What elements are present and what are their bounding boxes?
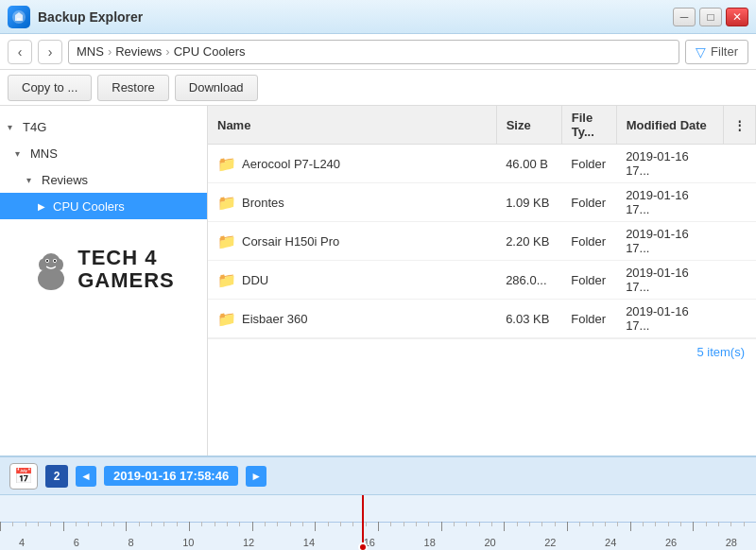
tick-mark — [227, 522, 228, 526]
forward-button[interactable]: › — [38, 40, 62, 64]
title-bar-left: Backup Explorer — [8, 6, 143, 28]
file-name: Corsair H150i Pro — [242, 234, 339, 249]
folder-icon: 📁 — [217, 155, 236, 173]
left-panel: ▾ T4G ▾ MNS ▾ Reviews ▶ CPU Coolers — [0, 106, 208, 455]
download-button[interactable]: Download — [175, 75, 258, 101]
timeline-prev-button[interactable]: ◄ — [76, 466, 96, 487]
tick-mark — [479, 522, 480, 526]
tick-mark — [340, 522, 341, 526]
minimize-button[interactable]: ─ — [673, 8, 696, 26]
sidebar-item-cpu-coolers[interactable]: ▶ CPU Coolers — [0, 193, 207, 219]
tick-mark — [555, 522, 556, 526]
maximize-button[interactable]: □ — [699, 8, 722, 26]
tick-mark — [50, 522, 51, 526]
tick-mark — [277, 522, 278, 526]
table-row[interactable]: 📁 Eisbaer 360 6.03 KB Folder 2019-01-16 … — [208, 300, 756, 338]
filter-button[interactable]: ▽ Filter — [685, 40, 748, 64]
svg-point-7 — [39, 259, 46, 270]
cursor-dot — [358, 542, 368, 550]
tick-mark — [265, 522, 266, 526]
timeline-next-button[interactable]: ► — [246, 466, 266, 487]
sidebar-item-mns[interactable]: ▾ MNS — [0, 140, 207, 166]
cell-extra — [723, 183, 755, 222]
tick-mark — [718, 522, 719, 526]
toolbar: Copy to ... Restore Download — [0, 70, 756, 106]
cell-name: 📁 Eisbaer 360 — [208, 300, 496, 338]
breadcrumb-sep1: › — [108, 44, 112, 59]
back-button[interactable]: ‹ — [8, 40, 32, 64]
close-button[interactable]: ✕ — [726, 8, 748, 26]
folder-icon: 📁 — [217, 232, 236, 250]
tick-mark — [541, 522, 542, 526]
ruler-ticks — [0, 522, 756, 533]
sidebar-item-reviews[interactable]: ▾ Reviews — [0, 166, 207, 193]
tick-mark — [390, 522, 391, 526]
tick-mark — [630, 522, 631, 531]
tick-mark — [366, 522, 367, 526]
cell-extra — [723, 145, 755, 183]
calendar-button[interactable]: 📅 — [9, 463, 38, 490]
nav-bar: ‹ › MNS › Reviews › CPU Coolers ▽ Filter — [0, 34, 756, 70]
file-name: Brontes — [242, 196, 284, 210]
cell-name: 📁 Corsair H150i Pro — [208, 222, 496, 261]
sidebar-item-label: Reviews — [42, 173, 88, 187]
svg-point-5 — [46, 260, 48, 262]
breadcrumb-part3[interactable]: CPU Coolers — [174, 44, 246, 59]
col-size[interactable]: Size — [496, 106, 561, 145]
tick-mark — [12, 522, 13, 526]
ruler-label: 6 — [74, 537, 79, 548]
tick-mark — [567, 522, 568, 531]
tick-mark — [0, 522, 1, 531]
breadcrumb-part2[interactable]: Reviews — [115, 44, 162, 59]
cell-size: 46.00 B — [496, 145, 561, 183]
tick-mark — [101, 522, 102, 526]
cell-modified: 2019-01-16 17... — [616, 300, 723, 338]
tick-mark — [428, 522, 429, 526]
copy-to-button[interactable]: Copy to ... — [8, 75, 92, 101]
cell-size: 286.0... — [496, 261, 561, 300]
table-row[interactable]: 📁 Corsair H150i Pro 2.20 KB Folder 2019-… — [208, 222, 756, 261]
app-icon — [8, 6, 30, 28]
cell-size: 2.20 KB — [496, 222, 561, 261]
cell-type: Folder — [561, 145, 616, 183]
cell-name: 📁 Brontes — [208, 183, 496, 222]
tick-mark — [454, 522, 455, 526]
tick-mark — [605, 522, 606, 526]
breadcrumb-part1[interactable]: MNS — [77, 44, 104, 59]
tick-mark — [378, 522, 379, 531]
timestamp-label: 2019-01-16 17:58:46 — [104, 466, 238, 486]
title-bar: Backup Explorer ─ □ ✕ — [0, 0, 756, 34]
table-row[interactable]: 📁 Aerocool P7-L240 46.00 B Folder 2019-0… — [208, 145, 756, 183]
tick-mark — [655, 522, 656, 526]
restore-button[interactable]: Restore — [97, 75, 169, 101]
tick-mark — [252, 522, 253, 531]
ruler-label: 26 — [665, 537, 677, 548]
folder-icon: 📁 — [217, 271, 236, 289]
cell-modified: 2019-01-16 17... — [616, 145, 723, 183]
col-modified[interactable]: Modified Date — [616, 106, 723, 145]
timeline-ruler[interactable]: 46810121416182022242628 — [0, 495, 756, 550]
ruler-label: 28 — [726, 537, 737, 548]
col-type[interactable]: File Ty... — [561, 106, 616, 145]
ruler-labels: 46810121416182022242628 — [9, 537, 747, 548]
tick-mark — [491, 522, 492, 526]
table-row[interactable]: 📁 DDU 286.0... Folder 2019-01-16 17... — [208, 261, 756, 300]
tick-mark — [404, 522, 404, 526]
col-name[interactable]: Name — [208, 106, 496, 145]
tick-mark — [579, 522, 580, 526]
cell-type: Folder — [561, 261, 616, 300]
tick-mark — [63, 522, 64, 531]
ruler-label: 10 — [182, 537, 194, 548]
sidebar-item-t4g[interactable]: ▾ T4G — [0, 113, 207, 140]
tick-mark — [151, 522, 152, 526]
col-extra: ⋮ — [723, 106, 755, 145]
tree-arrow: ▶ — [38, 201, 49, 212]
table-row[interactable]: 📁 Brontes 1.09 KB Folder 2019-01-16 17..… — [208, 183, 756, 222]
tick-mark — [328, 522, 329, 526]
ruler-label: 18 — [424, 537, 436, 548]
file-name: Eisbaer 360 — [242, 312, 307, 326]
tick-mark — [26, 522, 26, 526]
tick-mark — [593, 522, 593, 526]
timeline-cursor[interactable] — [362, 495, 364, 550]
ruler-label: 14 — [303, 537, 315, 548]
